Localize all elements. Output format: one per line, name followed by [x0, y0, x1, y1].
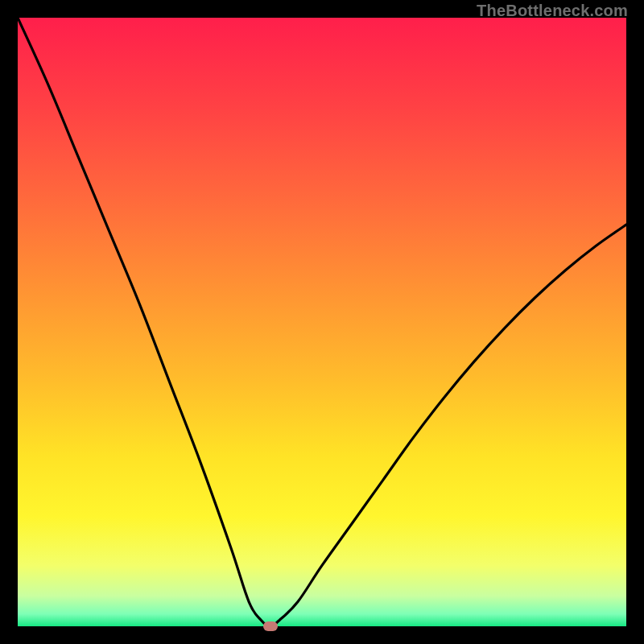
- plot-area: [18, 18, 626, 626]
- optimal-point-marker: [263, 621, 278, 631]
- chart-container: TheBottleneck.com: [0, 0, 644, 644]
- bottleneck-curve: [18, 18, 626, 626]
